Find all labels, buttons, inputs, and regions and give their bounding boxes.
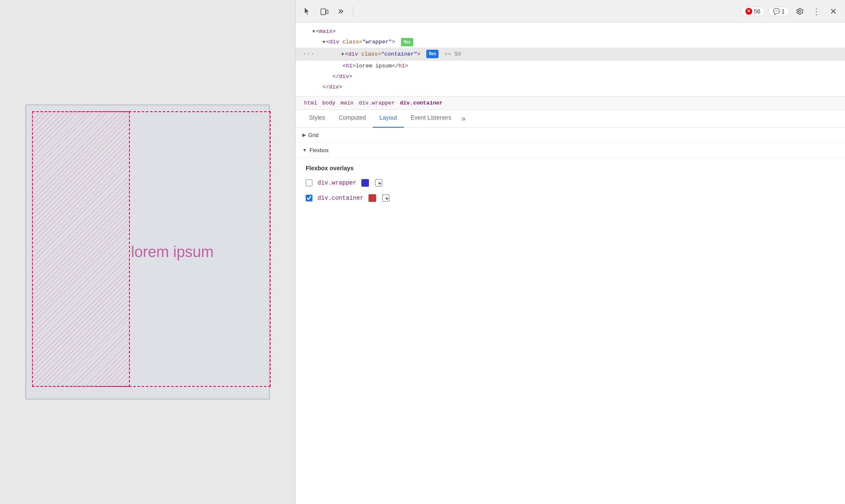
flexbox-section-header[interactable]: ▼ Flexbox: [296, 143, 845, 158]
container-label[interactable]: div.container: [318, 195, 363, 201]
dollar-zero: == $0: [444, 51, 461, 57]
flex-badge-wrapper[interactable]: flex: [401, 38, 413, 46]
tab-styles[interactable]: Styles: [302, 110, 332, 128]
breadcrumb-container[interactable]: div.container: [398, 99, 444, 107]
wrapper-label[interactable]: div.wrapper: [318, 180, 356, 186]
lorem-ipsum-text: lorem ipsum: [131, 243, 214, 261]
html-tree: ▼<main> ▼<div class="wrapper"> flex ··· …: [296, 23, 845, 97]
breadcrumb-html[interactable]: html: [302, 99, 319, 107]
overlay-row-wrapper: div.wrapper: [306, 178, 835, 188]
tab-more-button[interactable]: »: [458, 110, 469, 127]
tree-row-close-wrapper[interactable]: </div>: [296, 82, 845, 92]
tree-row-close-container[interactable]: </div>: [296, 71, 845, 82]
devtools-toolbar: ✕ 56 💬 1 ⋮ ✕: [296, 0, 845, 23]
more-options-button[interactable]: ⋮: [810, 5, 823, 18]
tree-row-h1[interactable]: <h1>lorem ipsum</h1>: [296, 61, 845, 71]
console-icon: 💬: [773, 8, 780, 15]
browser-content: lorem ipsum: [25, 105, 270, 399]
flex-badge-container[interactable]: flex: [426, 50, 439, 58]
tab-event-listeners[interactable]: Event Listeners: [404, 110, 458, 128]
flexbox-triangle-icon: ▼: [302, 147, 307, 153]
flexbox-section: Flexbox overlays div.wrapper div.contain…: [296, 158, 845, 215]
overlay-row-container: div.container: [306, 193, 835, 203]
tree-row-wrapper[interactable]: ▼<div class="wrapper"> flex: [296, 37, 845, 47]
wrapper-color-swatch[interactable]: [361, 179, 369, 187]
triangle-main: ▼: [312, 29, 315, 34]
error-badge[interactable]: ✕ 56: [741, 7, 765, 16]
devtools-panel: ✕ 56 💬 1 ⋮ ✕ ▼<main> ▼<div class="wrappe…: [295, 0, 845, 504]
viewport-panel: lorem ipsum: [0, 0, 295, 504]
tab-computed[interactable]: Computed: [332, 110, 373, 128]
container-cursor-icon[interactable]: [381, 193, 390, 203]
triangle-wrapper: ▼: [323, 40, 326, 45]
console-badge[interactable]: 💬 1: [768, 7, 789, 16]
breadcrumb-wrapper[interactable]: div.wrapper: [357, 99, 397, 107]
error-icon: ✕: [745, 8, 752, 15]
close-devtools-button[interactable]: ✕: [826, 5, 840, 18]
dots-indicator[interactable]: ···: [302, 50, 315, 58]
svg-point-2: [323, 13, 324, 14]
breadcrumb-body[interactable]: body: [320, 99, 337, 107]
tabs-bar: Styles Computed Layout Event Listeners »: [296, 110, 845, 128]
flexbox-section-label: Flexbox: [309, 147, 329, 153]
flexbox-overlays-title: Flexbox overlays: [306, 165, 835, 172]
grid-section-label: Grid: [308, 132, 319, 138]
grid-triangle-icon: ▶: [302, 132, 306, 138]
device-emulation-button[interactable]: [318, 5, 331, 18]
settings-button[interactable]: [793, 5, 806, 18]
tree-row-container[interactable]: ··· ▼<div class="container"> flex == $0: [296, 48, 845, 61]
more-devtools-button[interactable]: [334, 5, 348, 18]
error-count: 56: [754, 8, 761, 15]
wrapper-checkbox[interactable]: [306, 180, 312, 186]
tree-row-main[interactable]: ▼<main>: [296, 26, 845, 37]
toolbar-separator-1: [353, 6, 353, 16]
container-color-swatch[interactable]: [369, 194, 376, 202]
inspect-element-button[interactable]: [301, 5, 314, 18]
svg-rect-1: [326, 10, 328, 13]
layout-content: ▶ Grid ▼ Flexbox Flexbox overlays div.wr…: [296, 128, 845, 504]
breadcrumb-bar: html body main div.wrapper div.container: [296, 97, 845, 110]
container-checkbox[interactable]: [306, 195, 312, 201]
triangle-container: ▼: [341, 52, 344, 57]
tab-layout[interactable]: Layout: [373, 110, 404, 128]
wrapper-cursor-icon[interactable]: [374, 178, 383, 188]
console-count: 1: [781, 8, 785, 15]
breadcrumb-main[interactable]: main: [339, 99, 355, 107]
grid-section-header[interactable]: ▶ Grid: [296, 128, 845, 143]
